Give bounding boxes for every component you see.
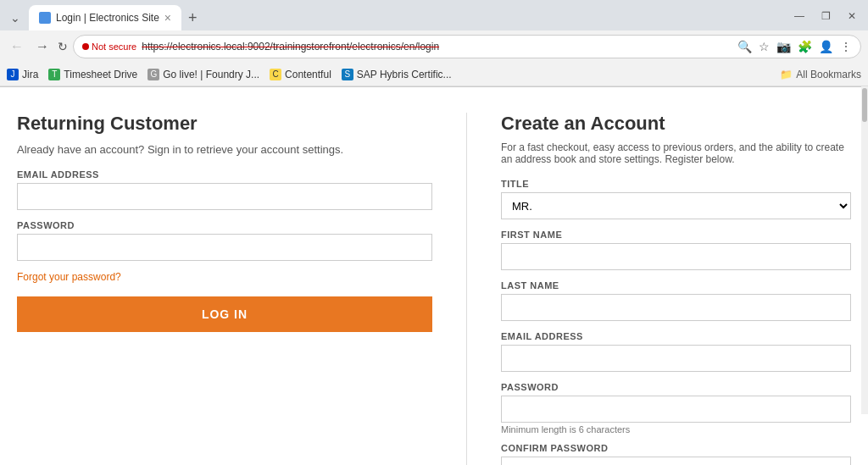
browser-chrome: ⌄ Login | Electronics Site × + — ❐ ✕ ← →… [0, 0, 868, 87]
returning-customer-section: Returning Customer Already have an accou… [17, 113, 432, 465]
confirm-password-input[interactable] [501, 457, 851, 465]
password-hint: Minimum length is 6 characters [501, 424, 851, 435]
address-bar[interactable]: Not secure https://electronics.local:900… [73, 35, 861, 58]
scrollbar-thumb[interactable] [862, 88, 867, 122]
extension-icon[interactable]: 🧩 [798, 40, 812, 53]
folder-icon: 📁 [780, 69, 793, 80]
email-label: EMAIL ADDRESS [17, 169, 432, 180]
bookmark-sap-hybris[interactable]: S SAP Hybris Certific... [342, 69, 452, 80]
screenshot-icon[interactable]: 📷 [776, 40, 791, 53]
email-input[interactable] [17, 183, 432, 210]
last-name-label: LAST NAME [501, 280, 851, 291]
returning-customer-heading: Returning Customer [17, 113, 432, 135]
first-name-input[interactable] [501, 243, 851, 270]
window-controls: — ❐ ✕ [789, 8, 861, 27]
menu-icon[interactable]: ⋮ [840, 40, 852, 53]
returning-customer-subtitle: Already have an account? Sign in to retr… [17, 143, 432, 156]
minimize-btn[interactable]: — [789, 8, 810, 24]
scrollbar[interactable] [861, 86, 868, 414]
title-label: TITLE [501, 179, 851, 189]
password-input[interactable] [17, 234, 432, 261]
tab-title: Login | Electronics Site [56, 12, 159, 24]
back-btn[interactable]: ← [7, 37, 27, 56]
bookmark-star-icon[interactable]: ☆ [759, 40, 770, 53]
title-select[interactable]: MR. MRS. MS. DR. [501, 192, 851, 219]
login-button[interactable]: LOG IN [17, 296, 432, 332]
create-account-heading: Create an Account [501, 113, 851, 135]
address-icons: 🔍 ☆ 📷 🧩 👤 ⋮ [737, 40, 852, 53]
page-content: Returning Customer Already have an accou… [0, 87, 868, 465]
bookmark-contentful[interactable]: C Contentful [270, 69, 331, 80]
tab-bar: ⌄ Login | Electronics Site × + — ❐ ✕ [0, 0, 868, 30]
all-bookmarks-label: All Bookmarks [796, 69, 861, 80]
forgot-password-link[interactable]: Forgot your password? [17, 271, 432, 283]
not-secure-dot [82, 43, 89, 50]
not-secure-label: Not secure [92, 42, 136, 52]
address-bar-row: ← → ↻ Not secure https://electronics.loc… [0, 30, 868, 63]
search-icon[interactable]: 🔍 [737, 40, 752, 53]
first-name-label: FIRST NAME [501, 230, 851, 240]
tab-list-btn[interactable]: ⌄ [7, 9, 24, 26]
register-email-input[interactable] [501, 345, 851, 372]
bookmarks-bar: J Jira T Timesheet Drive G Go live! | Fo… [0, 63, 868, 86]
forward-btn[interactable]: → [32, 37, 53, 56]
password-label: PASSWORD [17, 220, 432, 230]
address-url: https://electronics.local:9002/trainings… [142, 41, 439, 53]
confirm-password-label: CONFIRM PASSWORD [501, 443, 851, 453]
bookmark-timesheet[interactable]: T Timesheet Drive [48, 69, 137, 80]
register-password-label: PASSWORD [501, 382, 851, 392]
bookmark-jira[interactable]: J Jira [7, 69, 38, 80]
bookmark-golive[interactable]: G Go live! | Foundry J... [147, 69, 259, 80]
last-name-input[interactable] [501, 294, 851, 321]
restore-btn[interactable]: ❐ [816, 8, 836, 24]
register-email-label: EMAIL ADDRESS [501, 331, 851, 341]
tab-favicon [39, 12, 51, 24]
tab-back-fwd: ⌄ [7, 9, 24, 26]
close-btn[interactable]: ✕ [843, 8, 861, 24]
create-account-subtitle: For a fast checkout, easy access to prev… [501, 141, 851, 165]
all-bookmarks[interactable]: 📁 All Bookmarks [780, 69, 861, 80]
reload-btn[interactable]: ↻ [58, 40, 68, 53]
section-divider [466, 113, 467, 465]
create-account-section: Create an Account For a fast checkout, e… [501, 113, 851, 465]
register-password-input[interactable] [501, 396, 851, 423]
profile-icon[interactable]: 👤 [819, 40, 833, 53]
new-tab-btn[interactable]: + [188, 9, 198, 27]
tab-close-btn[interactable]: × [164, 11, 171, 25]
browser-tab[interactable]: Login | Electronics Site × [29, 5, 181, 30]
not-secure-indicator: Not secure [82, 42, 136, 52]
